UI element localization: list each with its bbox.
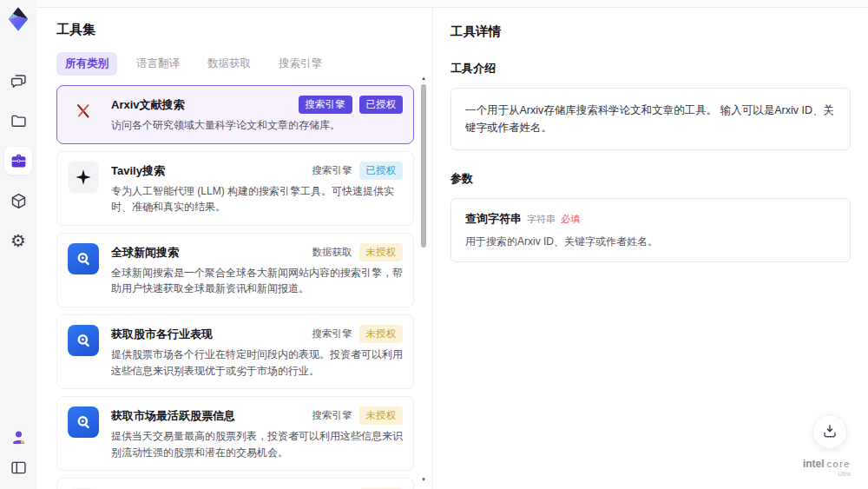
tool-list: Arxiv文献搜索 搜索引擎 已授权 访问各个研究领域大量科学论文和文章的存储库… bbox=[56, 85, 414, 489]
tool-badges: 搜索引擎 未授权 bbox=[312, 406, 404, 425]
params-heading: 参数 bbox=[450, 171, 851, 187]
tool-description: 提供股票市场各个行业在特定时间段内的表现。投资者可以利用这些信息来识别表现优于或… bbox=[111, 347, 403, 379]
sidebar-nav: ⚙ bbox=[4, 67, 32, 254]
tool-description: 访问各个研究领域大量科学论文和文章的存储库。 bbox=[111, 117, 403, 134]
category-tab[interactable]: 搜索引擎 bbox=[270, 52, 331, 76]
sparkle-icon bbox=[68, 162, 99, 193]
auth-status-badge: 未授权 bbox=[359, 325, 404, 343]
newspaper-blue-icon bbox=[68, 406, 99, 438]
gem-logo-icon bbox=[5, 6, 31, 32]
detail-title: 工具详情 bbox=[450, 23, 851, 40]
parameter-card: 查询字符串 字符串 必填 用于搜索的Arxiv ID、关键字或作者姓名。 bbox=[450, 198, 851, 262]
parameter-type: 字符串 bbox=[527, 213, 556, 226]
intel-wordmark: intel bbox=[803, 459, 825, 470]
category-tab[interactable]: 语言翻译 bbox=[128, 52, 188, 76]
tool-description: 专为人工智能代理 (LLM) 构建的搜索引擎工具。可快速提供实时、准确和真实的结… bbox=[111, 183, 403, 215]
sidebar-bottom bbox=[7, 426, 30, 479]
tool-description: 提供当天交易量最高的股票列表，投资者可以利用这些信息来识别流动性强的股票和潜在的… bbox=[111, 428, 403, 460]
sidebar-item-toolbox[interactable] bbox=[4, 147, 32, 175]
tool-title: 获取市场最活跃股票信息 bbox=[111, 406, 306, 424]
auth-status-badge: 未授权 bbox=[359, 243, 404, 261]
tool-description: 全球新闻搜索是一个聚合全球各大新闻网站内容的搜索引擎，帮助用户快速获取全球最新资… bbox=[111, 265, 403, 297]
arxiv-icon bbox=[68, 96, 99, 127]
auth-status-badge: 已授权 bbox=[359, 96, 404, 114]
ultra-wordmark: Ultra bbox=[803, 471, 851, 478]
tool-badges: 数据获取 未授权 bbox=[312, 243, 404, 261]
tool-card[interactable]: 获取股市各行业表现 搜索引擎 未授权 提供股票市场各个行业在特定时间段内的表现。… bbox=[56, 314, 414, 389]
category-badge: 搜索引擎 bbox=[299, 96, 352, 114]
scrollbar-thumb[interactable] bbox=[421, 84, 426, 248]
tool-card[interactable]: Tavily搜索 搜索引擎 已授权 专为人工智能代理 (LLM) 构建的搜索引擎… bbox=[56, 151, 414, 226]
tool-card[interactable]: Arxiv文献搜索 搜索引擎 已授权 访问各个研究领域大量科学论文和文章的存储库… bbox=[56, 85, 414, 144]
sidebar-item-settings[interactable]: ⚙ bbox=[4, 227, 32, 254]
sidebar-item-folder[interactable] bbox=[4, 107, 32, 135]
tool-badges: 搜索引擎 已授权 bbox=[299, 96, 404, 114]
search-blue-icon bbox=[68, 325, 99, 356]
auth-status-badge: 已授权 bbox=[359, 162, 404, 180]
tool-list-panel: 工具集 所有类别语言翻译数据获取搜索引擎 Arxiv文献搜索 搜索引擎 已授权 … bbox=[36, 8, 433, 489]
category-tabs: 所有类别语言翻译数据获取搜索引擎 bbox=[56, 52, 432, 76]
download-button[interactable] bbox=[812, 414, 847, 449]
tool-title: 获取股市各行业表现 bbox=[111, 325, 306, 342]
parameter-required-badge: 必填 bbox=[561, 213, 580, 226]
parameter-description: 用于搜索的Arxiv ID、关键字或作者姓名。 bbox=[465, 235, 836, 249]
user-avatar-icon[interactable] bbox=[7, 426, 30, 448]
core-wordmark: core bbox=[827, 459, 851, 469]
category-badge: 搜索引擎 bbox=[312, 406, 352, 425]
top-divider bbox=[36, 0, 868, 8]
collapse-panel-icon[interactable] bbox=[7, 456, 30, 479]
tool-card[interactable]: 万维地区新闻查询 搜索引擎 未授权 查询具体行政区划内的新闻，快速了解各地新闻动 bbox=[56, 478, 414, 489]
category-tab[interactable]: 数据获取 bbox=[199, 52, 260, 76]
tool-card[interactable]: 获取市场最活跃股票信息 搜索引擎 未授权 提供当天交易量最高的股票列表，投资者可… bbox=[56, 396, 414, 471]
intro-heading: 工具介绍 bbox=[450, 61, 851, 76]
tool-title: Arxiv文献搜索 bbox=[111, 96, 292, 113]
tool-badges: 搜索引擎 未授权 bbox=[312, 325, 404, 343]
search-blue-icon bbox=[68, 243, 99, 274]
sidebar-item-cube[interactable] bbox=[4, 187, 32, 215]
auth-status-badge: 未授权 bbox=[359, 406, 404, 425]
category-badge: 搜索引擎 bbox=[312, 325, 352, 343]
parameter-header: 查询字符串 字符串 必填 bbox=[465, 211, 836, 227]
category-tab[interactable]: 所有类别 bbox=[56, 52, 117, 76]
category-badge: 数据获取 bbox=[312, 243, 352, 261]
tool-intro-text: 一个用于从Arxiv存储库搜索科学论文和文章的工具。 输入可以是Arxiv ID… bbox=[450, 88, 851, 150]
scroll-down-icon[interactable]: ▼ bbox=[421, 477, 426, 482]
sidebar: ⚙ bbox=[0, 0, 36, 489]
tool-badges: 搜索引擎 已授权 bbox=[312, 162, 404, 180]
tool-detail-panel: 工具详情 工具介绍 一个用于从Arxiv存储库搜索科学论文和文章的工具。 输入可… bbox=[433, 8, 868, 489]
page-title: 工具集 bbox=[56, 22, 432, 38]
gear-icon: ⚙ bbox=[10, 232, 26, 249]
download-icon bbox=[821, 423, 838, 440]
intel-core-logo: intel core Ultra bbox=[803, 459, 851, 478]
sidebar-item-chat[interactable] bbox=[4, 67, 32, 95]
parameter-name: 查询字符串 bbox=[465, 211, 522, 227]
scroll-up-icon[interactable]: ▲ bbox=[421, 76, 426, 81]
category-badge: 搜索引擎 bbox=[312, 162, 352, 180]
tool-card[interactable]: 全球新闻搜索 数据获取 未授权 全球新闻搜索是一个聚合全球各大新闻网站内容的搜索… bbox=[56, 233, 414, 307]
tool-title: Tavily搜索 bbox=[111, 162, 306, 179]
scrollbar[interactable]: ▲ ▼ bbox=[420, 76, 428, 482]
tool-title: 全球新闻搜索 bbox=[111, 243, 306, 261]
